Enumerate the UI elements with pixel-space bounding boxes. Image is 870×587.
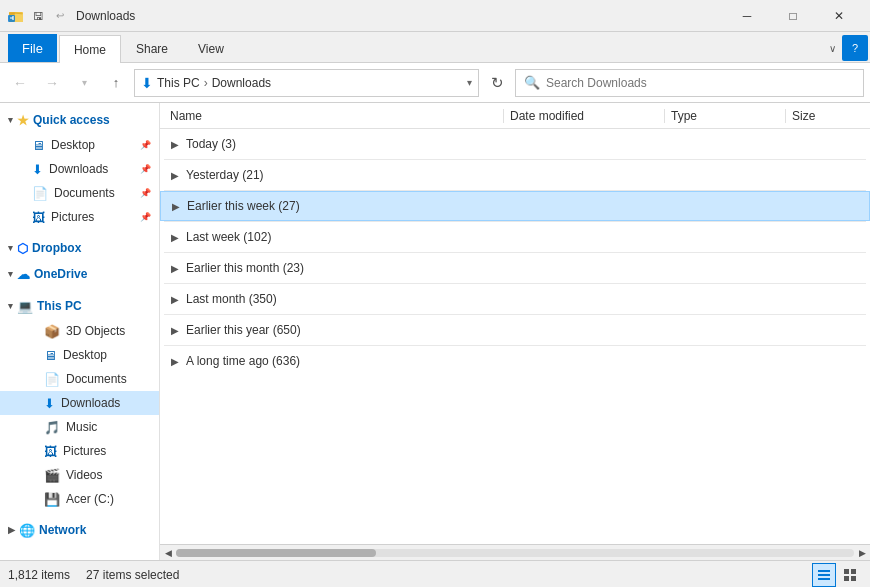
ribbon-tabs: File Home Share View ∨ ? xyxy=(0,32,870,62)
quick-access-toolbar-icon: 🖫 xyxy=(30,8,46,24)
onedrive-expand-arrow: ▾ xyxy=(8,269,13,279)
sidebar-item-pictures-qa-label: Pictures xyxy=(51,210,94,224)
col-header-type[interactable]: Type xyxy=(665,103,785,129)
thispc-icon: 💻 xyxy=(17,299,33,314)
h-scroll-left-btn[interactable]: ◀ xyxy=(160,545,176,561)
h-scroll-right-btn[interactable]: ▶ xyxy=(854,545,870,561)
title-bar: 🖫 ↩ Downloads ─ □ ✕ xyxy=(0,0,870,32)
view-tiles-btn[interactable] xyxy=(838,563,862,587)
3dobjects-icon: 📦 xyxy=(44,324,60,339)
dropbox-expand-arrow: ▾ xyxy=(8,243,13,253)
app-icon-small xyxy=(8,8,24,24)
group-label-4: Earlier this month (23) xyxy=(186,261,866,275)
pin-icon-pictures-qa: 📌 xyxy=(140,212,151,222)
group-chevron-6: ▶ xyxy=(168,325,182,336)
undo-icon: ↩ xyxy=(52,8,68,24)
up-button[interactable]: ↑ xyxy=(102,69,130,97)
address-path[interactable]: ⬇ This PC › Downloads ▾ xyxy=(134,69,479,97)
dropbox-icon: ⬡ xyxy=(17,241,28,256)
sidebar-section-thispc[interactable]: ▾ 💻 This PC xyxy=(0,293,159,319)
quick-access-label: Quick access xyxy=(33,113,110,127)
file-group-row-1[interactable]: ▶ Yesterday (21) xyxy=(160,160,870,190)
sidebar-item-videos[interactable]: 🎬 Videos xyxy=(0,463,159,487)
group-label-1: Yesterday (21) xyxy=(186,168,866,182)
group-label-7: A long time ago (636) xyxy=(186,354,866,368)
sidebar-item-documents-label: Documents xyxy=(66,372,127,386)
sidebar-item-documents[interactable]: 📄 Documents xyxy=(0,367,159,391)
sidebar: ▾ ★ Quick access 🖥 Desktop 📌 ⬇ Downloads… xyxy=(0,103,160,560)
sidebar-section-quick-access[interactable]: ▾ ★ Quick access xyxy=(0,107,159,133)
refresh-button[interactable]: ↻ xyxy=(483,69,511,97)
tab-file[interactable]: File xyxy=(8,34,57,62)
thispc-expand-arrow: ▾ xyxy=(8,301,13,311)
file-group-row-6[interactable]: ▶ Earlier this year (650) xyxy=(160,315,870,345)
downloads-qa-icon: ⬇ xyxy=(32,162,43,177)
forward-button[interactable]: → xyxy=(38,69,66,97)
group-label-5: Last month (350) xyxy=(186,292,866,306)
sidebar-item-downloads-label: Downloads xyxy=(61,396,120,410)
group-chevron-0: ▶ xyxy=(168,139,182,150)
help-button[interactable]: ? xyxy=(842,35,868,61)
status-bar: 1,812 items 27 items selected xyxy=(0,560,870,587)
col-header-date[interactable]: Date modified xyxy=(504,103,664,129)
file-list: ▶ Today (3) ▶ Yesterday (21) ▶ Earlier t… xyxy=(160,129,870,544)
maximize-button[interactable]: □ xyxy=(770,0,816,32)
column-headers: Name Date modified Type Size xyxy=(160,103,870,129)
sidebar-section-network[interactable]: ▶ 🌐 Network xyxy=(0,517,159,543)
sidebar-item-documents-qa[interactable]: 📄 Documents 📌 xyxy=(0,181,159,205)
pictures-icon: 🖼 xyxy=(44,444,57,459)
search-icon: 🔍 xyxy=(524,75,540,90)
sidebar-item-desktop-qa[interactable]: 🖥 Desktop 📌 xyxy=(0,133,159,157)
pin-icon-downloads-qa: 📌 xyxy=(140,164,151,174)
col-header-size[interactable]: Size xyxy=(786,103,866,129)
search-box[interactable]: 🔍 xyxy=(515,69,864,97)
file-group-row-4[interactable]: ▶ Earlier this month (23) xyxy=(160,253,870,283)
address-dropdown-arrow[interactable]: ▾ xyxy=(467,77,472,88)
sidebar-item-downloads[interactable]: ⬇ Downloads xyxy=(0,391,159,415)
sidebar-item-acer-c-label: Acer (C:) xyxy=(66,492,114,506)
file-group-row-3[interactable]: ▶ Last week (102) xyxy=(160,222,870,252)
close-button[interactable]: ✕ xyxy=(816,0,862,32)
col-header-name[interactable]: Name xyxy=(164,103,503,129)
sidebar-item-documents-qa-label: Documents xyxy=(54,186,115,200)
group-chevron-2: ▶ xyxy=(169,201,183,212)
pin-icon-documents-qa: 📌 xyxy=(140,188,151,198)
recent-locations-button[interactable]: ▾ xyxy=(70,69,98,97)
network-label: Network xyxy=(39,523,86,537)
search-input[interactable] xyxy=(546,76,855,90)
main-area: ▾ ★ Quick access 🖥 Desktop 📌 ⬇ Downloads… xyxy=(0,103,870,560)
group-chevron-1: ▶ xyxy=(168,170,182,181)
minimize-button[interactable]: ─ xyxy=(724,0,770,32)
sidebar-section-dropbox[interactable]: ▾ ⬡ Dropbox xyxy=(0,235,159,261)
h-scroll-track xyxy=(176,549,854,557)
downloads-icon: ⬇ xyxy=(44,396,55,411)
sidebar-item-acer-c[interactable]: 💾 Acer (C:) xyxy=(0,487,159,511)
documents-icon: 📄 xyxy=(44,372,60,387)
file-group-row-5[interactable]: ▶ Last month (350) xyxy=(160,284,870,314)
sidebar-item-downloads-qa[interactable]: ⬇ Downloads 📌 xyxy=(0,157,159,181)
sidebar-item-pictures-label: Pictures xyxy=(63,444,106,458)
onedrive-label: OneDrive xyxy=(34,267,87,281)
file-group-row-2[interactable]: ▶ Earlier this week (27) xyxy=(160,191,870,221)
tab-home[interactable]: Home xyxy=(59,35,121,63)
file-group-row-0[interactable]: ▶ Today (3) xyxy=(160,129,870,159)
sidebar-item-desktop[interactable]: 🖥 Desktop xyxy=(0,343,159,367)
dropbox-label: Dropbox xyxy=(32,241,81,255)
sidebar-section-onedrive[interactable]: ▾ ☁ OneDrive xyxy=(0,261,159,287)
path-part-thispc: This PC xyxy=(157,76,200,90)
sidebar-item-3dobjects[interactable]: 📦 3D Objects xyxy=(0,319,159,343)
tab-share[interactable]: Share xyxy=(121,34,183,62)
sidebar-item-pictures-qa[interactable]: 🖼 Pictures 📌 xyxy=(0,205,159,229)
h-scroll-thumb[interactable] xyxy=(176,549,376,557)
view-details-btn[interactable] xyxy=(812,563,836,587)
svg-rect-10 xyxy=(851,576,856,581)
ribbon-expand-btn[interactable]: ∨ xyxy=(822,34,842,62)
back-button[interactable]: ← xyxy=(6,69,34,97)
h-scrollbar[interactable]: ◀ ▶ xyxy=(160,544,870,560)
sidebar-item-videos-label: Videos xyxy=(66,468,102,482)
tab-view[interactable]: View xyxy=(183,34,239,62)
sidebar-item-music[interactable]: 🎵 Music xyxy=(0,415,159,439)
svg-rect-5 xyxy=(818,574,830,576)
sidebar-item-pictures[interactable]: 🖼 Pictures xyxy=(0,439,159,463)
file-group-row-7[interactable]: ▶ A long time ago (636) xyxy=(160,346,870,376)
